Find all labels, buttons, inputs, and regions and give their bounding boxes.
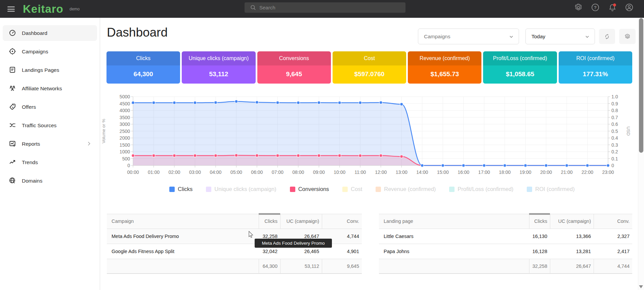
- cell-conv-: 9,645: [322, 259, 362, 273]
- cell-conv-[interactable]: Conv.: [322, 214, 362, 229]
- svg-text:1500: 1500: [120, 142, 130, 148]
- stat-card-value: 53,112: [182, 65, 255, 84]
- cell-clicks: 64,300: [259, 259, 280, 273]
- stat-card-profit-loss-confirmed-[interactable]: Profit/Loss (confirmed)$1,058.65: [483, 51, 557, 84]
- svg-text:1.0: 1.0: [611, 94, 618, 99]
- legend-label: Unique clicks (campaign): [214, 186, 276, 192]
- legend-item-unique-clicks-campaign-[interactable]: Unique clicks (campaign): [206, 186, 276, 192]
- svg-text:2000: 2000: [120, 135, 130, 141]
- cell-landing-page: [379, 259, 529, 273]
- svg-text:03:00: 03:00: [189, 170, 201, 175]
- legend-label: Conversions: [298, 186, 329, 192]
- refresh-icon: [604, 33, 611, 40]
- sidebar-item-label: Dashboard: [22, 25, 47, 41]
- svg-text:3500: 3500: [120, 115, 130, 120]
- app-logo[interactable]: Keitaro: [23, 3, 63, 15]
- campaigns-icon: [9, 48, 16, 55]
- search-input[interactable]: Search: [245, 2, 405, 13]
- env-label: demo: [70, 7, 80, 11]
- legend-item-cost[interactable]: Cost: [342, 186, 362, 192]
- table-totals-row: 64,30053,1129,645: [107, 259, 362, 274]
- account-icon[interactable]: [625, 3, 634, 12]
- grouping-select[interactable]: Campaigns: [418, 29, 519, 44]
- svg-text:01:00: 01:00: [148, 170, 160, 175]
- legend-item-revenue-confirmed-[interactable]: Revenue (confirmed): [376, 186, 436, 192]
- stat-card-roi-confirmed-[interactable]: ROI (confirmed)177.31%: [559, 51, 632, 84]
- svg-text:16:00: 16:00: [458, 170, 469, 175]
- cell-conv-[interactable]: Conv.: [594, 214, 632, 229]
- chart-legend: ClicksUnique clicks (campaign)Conversion…: [100, 186, 644, 192]
- dashboard-settings-button[interactable]: [619, 29, 636, 44]
- svg-text:09:00: 09:00: [313, 170, 325, 175]
- svg-text:15:00: 15:00: [437, 170, 449, 175]
- stat-card-revenue-confirmed-[interactable]: Revenue (confirmed)$1,655.73: [408, 51, 481, 84]
- legend-item-clicks[interactable]: Clicks: [169, 186, 192, 192]
- sidebar-item-dashboard[interactable]: Dashboard: [3, 25, 97, 41]
- legend-item-roi-confirmed-[interactable]: ROI (confirmed): [527, 186, 574, 192]
- svg-text:14:00: 14:00: [416, 170, 428, 175]
- hamburger-menu-icon[interactable]: [7, 6, 15, 12]
- stat-cards-row: Clicks64,300Unique clicks (campaign)53,1…: [106, 51, 632, 84]
- svg-text:23:00: 23:00: [602, 170, 614, 175]
- scrollbar[interactable]: [638, 18, 644, 290]
- cell-conv-: 2,327: [594, 229, 632, 244]
- page-title: Dashboard: [107, 27, 168, 38]
- svg-text:02:00: 02:00: [168, 170, 180, 175]
- table-header-row: CampaignClicksUC (campaign)Conv.: [107, 214, 362, 229]
- svg-text:0.5: 0.5: [611, 129, 618, 134]
- stat-card-unique-clicks-campaign-[interactable]: Unique clicks (campaign)53,112: [182, 51, 255, 84]
- svg-text:0.8: 0.8: [611, 108, 618, 113]
- stat-card-value: $1,655.73: [408, 65, 481, 84]
- scroll-down-arrow[interactable]: [639, 285, 643, 288]
- svg-text:0.7: 0.7: [611, 115, 618, 120]
- svg-text:22:00: 22:00: [582, 170, 593, 175]
- table-row[interactable]: Little Caesars16,13013,3662,327: [379, 229, 632, 244]
- help-icon[interactable]: ?: [591, 3, 600, 12]
- cell-uc-campaign-: 53,112: [280, 259, 322, 273]
- date-range-select[interactable]: Today: [525, 29, 595, 44]
- cell-uc-campaign-[interactable]: UC (campaign): [550, 214, 594, 229]
- legend-swatch: [527, 187, 532, 192]
- svg-text:04:00: 04:00: [210, 170, 221, 175]
- cell-campaign: Google Ads Fitness App Split: [107, 244, 259, 259]
- sidebar-item-landings-pages[interactable]: Landings Pages: [3, 62, 97, 78]
- svg-text:10:00: 10:00: [334, 170, 345, 175]
- sidebar-item-campaigns[interactable]: Campaigns: [3, 44, 97, 59]
- dashboard-icon: [9, 29, 16, 37]
- cell-landing-page: Little Caesars: [379, 229, 529, 244]
- stat-card-cost[interactable]: Cost$597.0760: [333, 51, 406, 84]
- stat-card-clicks[interactable]: Clicks64,300: [106, 51, 180, 84]
- stat-card-conversions[interactable]: Conversions9,645: [257, 51, 331, 84]
- cell-uc-campaign-[interactable]: UC (campaign): [280, 214, 322, 229]
- legend-label: Clicks: [178, 186, 192, 192]
- svg-text:07:00: 07:00: [272, 170, 284, 175]
- cell-conv-: 4,744: [594, 259, 632, 273]
- svg-text:4000: 4000: [120, 108, 130, 113]
- cell-uc-campaign-: 13,281: [550, 244, 594, 259]
- svg-text:0.1: 0.1: [611, 156, 618, 161]
- date-range-select-value: Today: [531, 29, 545, 44]
- stat-card-label: Revenue (confirmed): [408, 51, 481, 65]
- legend-item-profit-loss-confirmed-[interactable]: Profit/Loss (confirmed): [449, 186, 513, 192]
- svg-text:3000: 3000: [120, 122, 130, 127]
- cell-conv-: 2,417: [594, 244, 632, 259]
- cell-clicks[interactable]: Clicks: [259, 214, 280, 229]
- scrollbar-thumb[interactable]: [639, 18, 643, 153]
- svg-text:00:00: 00:00: [127, 170, 139, 175]
- table-row[interactable]: Papa Johns16,12813,2812,417: [379, 244, 632, 259]
- refresh-button[interactable]: [599, 29, 615, 44]
- cell-campaign: Campaign: [107, 214, 259, 229]
- legend-swatch: [290, 187, 295, 192]
- svg-text:2500: 2500: [120, 129, 130, 134]
- svg-text:0.9: 0.9: [611, 101, 618, 106]
- chevron-down-icon: [508, 33, 515, 40]
- cell-clicks[interactable]: Clicks: [529, 214, 550, 229]
- legend-swatch: [342, 187, 348, 192]
- settings-icon[interactable]: [574, 3, 583, 12]
- landings-icon: [9, 66, 16, 74]
- notifications-icon[interactable]: [608, 3, 617, 12]
- table-totals-row: 32,25826,6474,744: [379, 259, 632, 274]
- svg-text:0: 0: [127, 163, 130, 168]
- legend-label: ROI (confirmed): [535, 186, 574, 192]
- legend-item-conversions[interactable]: Conversions: [290, 186, 329, 192]
